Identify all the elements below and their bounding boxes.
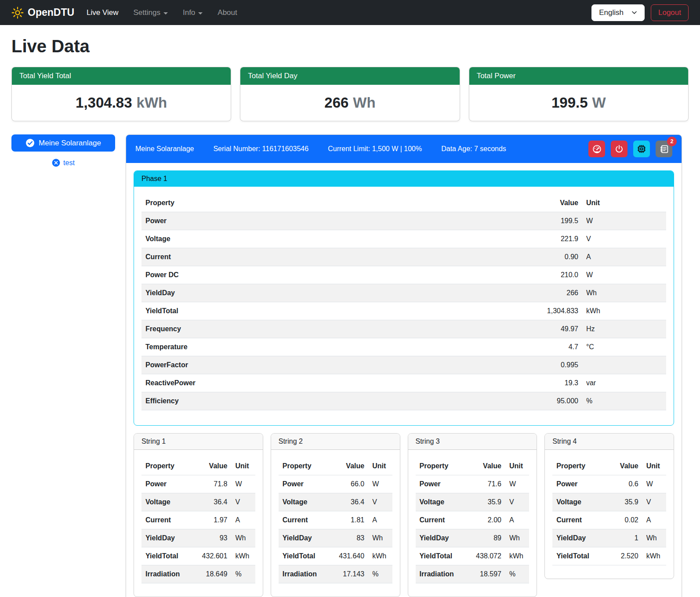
value-cell: 266 (525, 284, 582, 302)
check-circle-icon (25, 138, 35, 148)
column-header-property: Property (279, 457, 330, 475)
table-row: YieldDay83Wh (279, 529, 392, 547)
brand-label: OpenDTU (28, 7, 74, 18)
property-cell: Irradiation (141, 565, 192, 583)
property-cell: Power (141, 475, 192, 493)
value-cell: 18.649 (192, 565, 231, 583)
top-navbar: OpenDTU Live View Settings Info About En… (0, 0, 700, 25)
unit-cell: W (582, 266, 666, 284)
column-header-property: Property (416, 457, 467, 475)
card-unit: Wh (353, 94, 375, 111)
unit-cell: V (368, 493, 392, 511)
value-cell: 71.6 (467, 475, 505, 493)
unit-cell: kWh (642, 547, 666, 565)
column-header-unit: Unit (505, 457, 529, 475)
property-cell: Frequency (141, 320, 525, 338)
table-row: ReactivePower19.3var (141, 374, 666, 392)
nav-item-settings[interactable]: Settings (134, 8, 168, 17)
power-button[interactable] (611, 141, 627, 157)
nav-item-live-view[interactable]: Live View (87, 8, 118, 17)
property-cell: Current (279, 511, 330, 529)
table-row: Irradiation18.597% (416, 565, 530, 583)
total-yield-total-card: Total Yield Total 1,304.83kWh (11, 67, 231, 121)
nav-item-label: Live View (87, 8, 118, 17)
property-cell: Power (552, 475, 603, 493)
card-value-row: 1,304.83kWh (12, 85, 231, 121)
inverter-header-buttons: 2 (588, 141, 672, 157)
property-cell: Power (416, 475, 467, 493)
total-power-card: Total Power 199.5W (469, 67, 689, 121)
value-cell: 199.5 (525, 212, 582, 230)
unit-cell: kWh (231, 547, 255, 565)
column-header-property: Property (552, 457, 603, 475)
column-header-unit: Unit (642, 457, 666, 475)
inverter-alt-label: test (63, 159, 75, 167)
unit-cell: % (505, 565, 529, 583)
content-row: Meine Solaranlage test Meine Solaranlage… (11, 134, 689, 597)
unit-cell: % (582, 392, 666, 410)
value-cell: 1 (604, 529, 642, 547)
nav-item-info[interactable]: Info (183, 8, 203, 17)
strings-row: String 1 Property Value Unit (134, 433, 674, 597)
nav-links: Live View Settings Info About (87, 8, 237, 17)
unit-cell: var (582, 374, 666, 392)
value-cell: 35.9 (467, 493, 505, 511)
table-row: Power0.6W (552, 475, 666, 493)
string-body: Property Value Unit Power71.6WVoltage35.… (408, 450, 537, 597)
unit-cell: % (231, 565, 255, 583)
property-cell: Voltage (141, 230, 525, 248)
column-header-property: Property (141, 457, 192, 475)
device-info-button[interactable] (633, 141, 650, 157)
brand[interactable]: OpenDTU (11, 7, 74, 19)
unit-cell: V (582, 230, 666, 248)
phase-body: Property Value Unit Power199.5WVoltage22… (134, 187, 674, 425)
table-row: Voltage221.9V (141, 230, 666, 248)
table-row: Temperature4.7°C (141, 338, 666, 356)
table-header-row: Property Value Unit (416, 457, 530, 475)
card-value-row: 266Wh (240, 85, 459, 121)
table-row: Power DC210.0W (141, 266, 666, 284)
property-cell: Power (141, 212, 525, 230)
page-title: Live Data (11, 36, 689, 56)
unit-cell: A (642, 511, 666, 529)
table-header-row: Property Value Unit (141, 194, 666, 212)
property-cell: Current (141, 248, 525, 266)
table-row: Current0.90A (141, 248, 666, 266)
property-cell: Temperature (141, 338, 525, 356)
event-log-button[interactable]: 2 (656, 141, 672, 157)
table-row: Frequency49.97Hz (141, 320, 666, 338)
logout-button[interactable]: Logout (651, 4, 689, 21)
property-cell: YieldTotal (279, 547, 330, 565)
power-icon (614, 144, 624, 154)
sun-icon (11, 7, 24, 19)
table-row: Voltage36.4V (141, 493, 255, 511)
value-cell: 17.143 (330, 565, 368, 583)
nav-item-about[interactable]: About (218, 8, 237, 17)
inverter-selected-button[interactable]: Meine Solaranlage (11, 134, 115, 152)
unit-cell: V (231, 493, 255, 511)
table-row: YieldTotal432.601kWh (141, 547, 255, 565)
value-cell: 1.97 (192, 511, 231, 529)
inverter-name: Meine Solaranlage (135, 145, 194, 153)
value-cell: 431.640 (330, 547, 368, 565)
x-circle-icon (52, 159, 60, 167)
language-select[interactable]: English (591, 4, 645, 21)
property-cell: YieldDay (416, 529, 467, 547)
table-row: YieldDay89Wh (416, 529, 530, 547)
unit-cell: A (505, 511, 529, 529)
nav-item-label: Info (183, 8, 195, 17)
property-cell: Current (141, 511, 192, 529)
table-row: Current1.81A (279, 511, 392, 529)
property-cell: PowerFactor (141, 356, 525, 374)
nav-item-label: About (218, 8, 237, 17)
column-header-value: Value (525, 194, 582, 212)
string-body: Property Value Unit Power0.6WVoltage35.9… (545, 450, 674, 579)
limit-settings-button[interactable] (588, 141, 605, 157)
property-cell: Voltage (552, 493, 603, 511)
string-card-4: String 4 Property Value Unit (544, 433, 674, 579)
inverter-alt-link[interactable]: test (11, 159, 115, 167)
value-cell: 18.597 (467, 565, 505, 583)
value-cell: 95.000 (525, 392, 582, 410)
card-title: Total Yield Total (12, 67, 231, 85)
value-cell: 210.0 (525, 266, 582, 284)
